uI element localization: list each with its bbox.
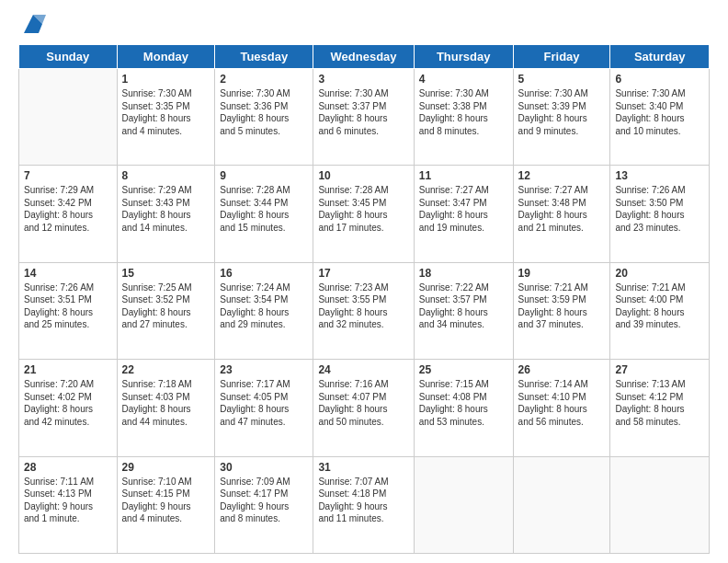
calendar-cell: 26Sunrise: 7:14 AM Sunset: 4:10 PM Dayli…: [513, 360, 610, 456]
day-info: Sunrise: 7:18 AM Sunset: 4:03 PM Dayligh…: [122, 378, 210, 428]
calendar-cell: 15Sunrise: 7:25 AM Sunset: 3:52 PM Dayli…: [117, 262, 215, 359]
day-info: Sunrise: 7:14 AM Sunset: 4:10 PM Dayligh…: [518, 378, 606, 428]
calendar-table: SundayMondayTuesdayWednesdayThursdayFrid…: [18, 44, 710, 554]
calendar-cell: 5Sunrise: 7:30 AM Sunset: 3:39 PM Daylig…: [513, 69, 610, 166]
day-info: Sunrise: 7:10 AM Sunset: 4:15 PM Dayligh…: [122, 476, 210, 525]
calendar-week-row: 14Sunrise: 7:26 AM Sunset: 3:51 PM Dayli…: [19, 262, 710, 359]
day-number: 10: [318, 169, 408, 182]
day-number: 19: [518, 267, 606, 280]
calendar-cell: [610, 456, 710, 553]
calendar-cell: 27Sunrise: 7:13 AM Sunset: 4:12 PM Dayli…: [610, 360, 710, 456]
weekday-header: Friday: [513, 45, 610, 69]
calendar-cell: 31Sunrise: 7:07 AM Sunset: 4:18 PM Dayli…: [313, 456, 414, 553]
calendar-cell: 13Sunrise: 7:26 AM Sunset: 3:50 PM Dayli…: [610, 166, 710, 262]
day-number: 17: [318, 267, 408, 280]
calendar-cell: 20Sunrise: 7:21 AM Sunset: 4:00 PM Dayli…: [610, 262, 710, 359]
day-info: Sunrise: 7:28 AM Sunset: 3:45 PM Dayligh…: [318, 184, 408, 234]
day-number: 14: [24, 267, 112, 280]
calendar-cell: 23Sunrise: 7:17 AM Sunset: 4:05 PM Dayli…: [215, 360, 313, 456]
day-number: 31: [318, 461, 408, 474]
day-number: 4: [419, 73, 508, 86]
day-info: Sunrise: 7:09 AM Sunset: 4:17 PM Dayligh…: [220, 476, 308, 525]
day-number: 30: [220, 461, 308, 474]
day-info: Sunrise: 7:30 AM Sunset: 3:36 PM Dayligh…: [220, 87, 308, 137]
weekday-header: Sunday: [19, 45, 118, 69]
calendar-cell: 22Sunrise: 7:18 AM Sunset: 4:03 PM Dayli…: [117, 360, 215, 456]
calendar-cell: 6Sunrise: 7:30 AM Sunset: 3:40 PM Daylig…: [610, 69, 710, 166]
day-info: Sunrise: 7:27 AM Sunset: 3:48 PM Dayligh…: [518, 184, 606, 234]
calendar-cell: 4Sunrise: 7:30 AM Sunset: 3:38 PM Daylig…: [414, 69, 513, 166]
day-number: 1: [122, 73, 210, 86]
day-number: 13: [615, 169, 704, 182]
calendar-cell: [414, 456, 513, 553]
calendar-cell: 16Sunrise: 7:24 AM Sunset: 3:54 PM Dayli…: [215, 262, 313, 359]
calendar-cell: 2Sunrise: 7:30 AM Sunset: 3:36 PM Daylig…: [215, 69, 313, 166]
day-number: 3: [318, 73, 408, 86]
calendar-cell: [513, 456, 610, 553]
logo: [18, 15, 46, 37]
calendar-week-row: 7Sunrise: 7:29 AM Sunset: 3:42 PM Daylig…: [19, 166, 710, 262]
calendar-cell: 14Sunrise: 7:26 AM Sunset: 3:51 PM Dayli…: [19, 262, 118, 359]
page: SundayMondayTuesdayWednesdayThursdayFrid…: [0, 0, 728, 563]
calendar-cell: 11Sunrise: 7:27 AM Sunset: 3:47 PM Dayli…: [414, 166, 513, 262]
day-info: Sunrise: 7:29 AM Sunset: 3:43 PM Dayligh…: [122, 184, 210, 234]
day-info: Sunrise: 7:30 AM Sunset: 3:37 PM Dayligh…: [318, 87, 408, 137]
day-number: 25: [419, 363, 508, 376]
day-info: Sunrise: 7:24 AM Sunset: 3:54 PM Dayligh…: [220, 282, 308, 331]
day-number: 8: [122, 169, 210, 182]
day-number: 26: [518, 363, 606, 376]
day-info: Sunrise: 7:29 AM Sunset: 3:42 PM Dayligh…: [24, 184, 112, 234]
day-info: Sunrise: 7:26 AM Sunset: 3:50 PM Dayligh…: [615, 184, 704, 234]
day-info: Sunrise: 7:23 AM Sunset: 3:55 PM Dayligh…: [318, 282, 408, 331]
calendar-cell: 18Sunrise: 7:22 AM Sunset: 3:57 PM Dayli…: [414, 262, 513, 359]
day-number: 7: [24, 169, 112, 182]
day-number: 2: [220, 73, 308, 86]
day-info: Sunrise: 7:21 AM Sunset: 4:00 PM Dayligh…: [615, 282, 704, 331]
weekday-header: Wednesday: [313, 45, 414, 69]
day-info: Sunrise: 7:07 AM Sunset: 4:18 PM Dayligh…: [318, 476, 408, 525]
day-info: Sunrise: 7:30 AM Sunset: 3:38 PM Dayligh…: [419, 87, 508, 137]
calendar-cell: 30Sunrise: 7:09 AM Sunset: 4:17 PM Dayli…: [215, 456, 313, 553]
day-number: 15: [122, 267, 210, 280]
day-number: 29: [122, 461, 210, 474]
day-info: Sunrise: 7:20 AM Sunset: 4:02 PM Dayligh…: [24, 378, 112, 428]
header-row: SundayMondayTuesdayWednesdayThursdayFrid…: [19, 45, 710, 69]
day-number: 23: [220, 363, 308, 376]
day-number: 28: [24, 461, 112, 474]
day-number: 21: [24, 363, 112, 376]
day-number: 27: [615, 363, 704, 376]
calendar-cell: 29Sunrise: 7:10 AM Sunset: 4:15 PM Dayli…: [117, 456, 215, 553]
day-info: Sunrise: 7:30 AM Sunset: 3:35 PM Dayligh…: [122, 87, 210, 137]
calendar-cell: 24Sunrise: 7:16 AM Sunset: 4:07 PM Dayli…: [313, 360, 414, 456]
day-number: 16: [220, 267, 308, 280]
weekday-header: Monday: [117, 45, 215, 69]
day-number: 22: [122, 363, 210, 376]
calendar-cell: 10Sunrise: 7:28 AM Sunset: 3:45 PM Dayli…: [313, 166, 414, 262]
day-number: 20: [615, 267, 704, 280]
day-number: 6: [615, 73, 704, 86]
calendar-cell: 12Sunrise: 7:27 AM Sunset: 3:48 PM Dayli…: [513, 166, 610, 262]
calendar-cell: 8Sunrise: 7:29 AM Sunset: 3:43 PM Daylig…: [117, 166, 215, 262]
day-info: Sunrise: 7:17 AM Sunset: 4:05 PM Dayligh…: [220, 378, 308, 428]
day-info: Sunrise: 7:27 AM Sunset: 3:47 PM Dayligh…: [419, 184, 508, 234]
day-number: 12: [518, 169, 606, 182]
weekday-header: Tuesday: [215, 45, 313, 69]
calendar-cell: 1Sunrise: 7:30 AM Sunset: 3:35 PM Daylig…: [117, 69, 215, 166]
day-info: Sunrise: 7:25 AM Sunset: 3:52 PM Dayligh…: [122, 282, 210, 331]
calendar-cell: 3Sunrise: 7:30 AM Sunset: 3:37 PM Daylig…: [313, 69, 414, 166]
calendar-cell: 25Sunrise: 7:15 AM Sunset: 4:08 PM Dayli…: [414, 360, 513, 456]
weekday-header: Thursday: [414, 45, 513, 69]
logo-icon: [20, 11, 46, 37]
calendar-cell: 7Sunrise: 7:29 AM Sunset: 3:42 PM Daylig…: [19, 166, 118, 262]
day-info: Sunrise: 7:21 AM Sunset: 3:59 PM Dayligh…: [518, 282, 606, 331]
calendar-cell: 28Sunrise: 7:11 AM Sunset: 4:13 PM Dayli…: [19, 456, 118, 553]
day-number: 9: [220, 169, 308, 182]
day-info: Sunrise: 7:28 AM Sunset: 3:44 PM Dayligh…: [220, 184, 308, 234]
calendar-week-row: 28Sunrise: 7:11 AM Sunset: 4:13 PM Dayli…: [19, 456, 710, 553]
header: [18, 15, 710, 37]
day-info: Sunrise: 7:30 AM Sunset: 3:39 PM Dayligh…: [518, 87, 606, 137]
calendar-week-row: 21Sunrise: 7:20 AM Sunset: 4:02 PM Dayli…: [19, 360, 710, 456]
day-info: Sunrise: 7:26 AM Sunset: 3:51 PM Dayligh…: [24, 282, 112, 331]
day-info: Sunrise: 7:15 AM Sunset: 4:08 PM Dayligh…: [419, 378, 508, 428]
calendar-cell: 21Sunrise: 7:20 AM Sunset: 4:02 PM Dayli…: [19, 360, 118, 456]
